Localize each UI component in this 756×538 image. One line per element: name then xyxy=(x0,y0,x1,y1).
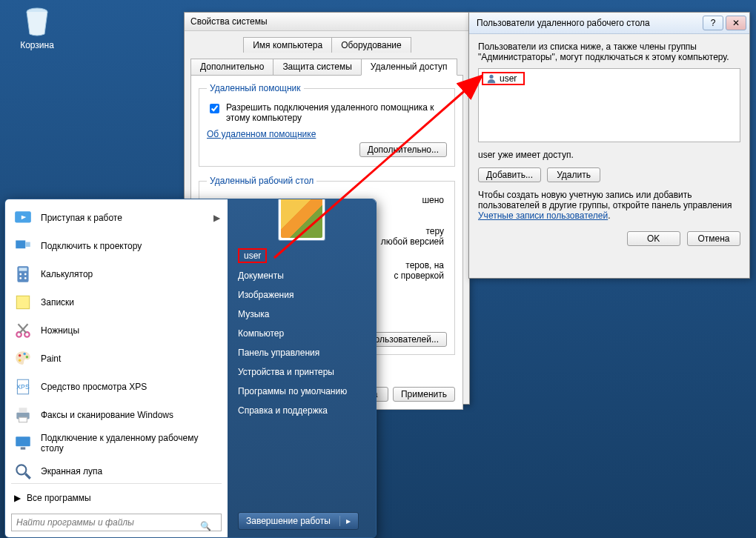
all-programs[interactable]: ▶ Все программы xyxy=(5,487,228,509)
svg-rect-12 xyxy=(16,296,29,308)
svg-rect-7 xyxy=(19,268,27,270)
svg-point-18 xyxy=(23,353,25,355)
sm-item-label: Приступая к работе xyxy=(41,213,122,223)
svg-point-19 xyxy=(26,356,28,358)
calculator-icon xyxy=(13,265,33,284)
sm-item-rdp[interactable]: Подключение к удаленному рабочему столу xyxy=(5,429,228,457)
start-search-input[interactable] xyxy=(11,514,222,531)
svg-point-28 xyxy=(16,465,26,474)
rdp-users-dialog: Пользователи удаленного рабочего стола ?… xyxy=(468,12,750,279)
svg-point-10 xyxy=(19,277,21,279)
sm-item-label: Paint xyxy=(41,353,61,364)
start-menu-program-list: Приступая к работе▶ Подключить к проекто… xyxy=(5,199,228,480)
svg-point-17 xyxy=(19,354,21,356)
user-avatar[interactable] xyxy=(278,199,325,241)
sm-item-magnifier[interactable]: Экранная лупа xyxy=(5,457,228,480)
printer-icon xyxy=(13,405,33,425)
remote-assistant-group: Удаленный помощник Разрешить подключения… xyxy=(199,83,455,167)
start-menu-right: user Документы Изображения Музыка Компью… xyxy=(228,199,376,537)
svg-point-1 xyxy=(489,75,493,79)
recycle-bin-icon xyxy=(19,3,55,39)
allow-remote-assist-checkbox[interactable]: Разрешить подключения удаленного помощни… xyxy=(207,102,447,123)
svg-rect-5 xyxy=(25,242,30,248)
sm-item-fax-scan[interactable]: Факсы и сканирование Windows xyxy=(5,401,228,429)
svg-text:XPS: XPS xyxy=(16,383,30,391)
avatar-image xyxy=(281,199,322,238)
rdp-note-pre: Чтобы создать новую учетную запись или д… xyxy=(478,190,732,210)
scissors-icon xyxy=(13,321,33,340)
help-button[interactable]: ? xyxy=(703,16,723,30)
tab-remote[interactable]: Удаленный доступ xyxy=(361,59,457,76)
start-menu: Приступая к работе▶ Подключить к проекто… xyxy=(4,199,377,538)
sm-link-control-panel[interactable]: Панель управления xyxy=(238,348,368,358)
tab-computer-name[interactable]: Имя компьютера xyxy=(243,37,332,53)
remote-assist-advanced-button[interactable]: Дополнительно... xyxy=(359,142,447,157)
sm-link-help[interactable]: Справка и поддержка xyxy=(238,405,368,416)
tab-advanced[interactable]: Дополнительно xyxy=(190,59,273,75)
rdp-ok-button[interactable]: OK xyxy=(627,231,680,246)
sm-link-default-programs[interactable]: Программы по умолчанию xyxy=(238,386,368,396)
remote-assistant-legend: Удаленный помощник xyxy=(207,83,304,93)
svg-point-11 xyxy=(24,277,27,279)
projector-icon xyxy=(13,236,33,256)
start-search[interactable]: 🔍 xyxy=(11,514,222,531)
add-user-button[interactable]: Добавить... xyxy=(478,167,541,182)
chevron-right-icon: ▸ xyxy=(339,516,351,526)
rdp-cancel-button[interactable]: Отмена xyxy=(687,231,740,246)
sm-item-snipping[interactable]: Ножницы xyxy=(5,316,228,345)
svg-rect-24 xyxy=(19,408,27,413)
sm-link-computer[interactable]: Компьютер xyxy=(238,328,368,339)
notes-icon xyxy=(13,293,33,312)
sm-item-calculator[interactable]: Калькулятор xyxy=(5,260,228,288)
recycle-bin-label: Корзина xyxy=(13,40,61,50)
rdp-users-title: Пользователи удаленного рабочего стола xyxy=(477,18,700,28)
sm-link-music[interactable]: Музыка xyxy=(238,309,368,319)
separator xyxy=(11,483,222,484)
svg-point-9 xyxy=(24,273,27,276)
allow-remote-assist-input[interactable] xyxy=(210,104,219,113)
tab-hardware[interactable]: Оборудование xyxy=(331,37,411,53)
recycle-bin[interactable]: Корзина xyxy=(13,3,61,50)
close-icon: ✕ xyxy=(732,18,740,28)
sm-item-label: Ножницы xyxy=(41,325,79,336)
rdp-users-note: Чтобы создать новую учетную запись или д… xyxy=(478,190,740,221)
sm-item-label: Экранная лупа xyxy=(41,466,102,476)
start-user-name[interactable]: user xyxy=(238,248,267,263)
sm-link-documents[interactable]: Документы xyxy=(238,270,368,281)
sm-item-xps-viewer[interactable]: XPSСредство просмотра XPS xyxy=(5,373,228,401)
user-accounts-link[interactable]: Учетные записи пользователей xyxy=(478,210,608,221)
sm-item-label: Средство просмотра XPS xyxy=(41,382,147,392)
sm-link-pictures[interactable]: Изображения xyxy=(238,290,368,300)
sm-item-label: Факсы и сканирование Windows xyxy=(41,410,173,420)
sysprop-title[interactable]: Свойства системы xyxy=(185,13,469,31)
sm-item-label: Калькулятор xyxy=(41,269,93,279)
sm-item-getting-started[interactable]: Приступая к работе▶ xyxy=(5,204,228,232)
has-access-label: user уже имеет доступ. xyxy=(478,150,740,160)
all-programs-label: Все программы xyxy=(27,493,91,503)
list-item-user[interactable]: user xyxy=(482,72,525,85)
allow-remote-assist-label: Разрешить подключения удаленного помощни… xyxy=(226,102,447,123)
shutdown-button[interactable]: Завершение работы ▸ xyxy=(238,512,359,530)
svg-rect-4 xyxy=(16,240,25,248)
rdp-users-listbox[interactable]: user xyxy=(478,68,740,142)
svg-point-8 xyxy=(19,273,21,276)
svg-rect-26 xyxy=(16,436,30,446)
user-icon xyxy=(486,73,497,84)
about-remote-assist-link[interactable]: Об удаленном помощнике xyxy=(207,129,316,139)
svg-point-20 xyxy=(19,359,21,361)
sysprop-apply-button[interactable]: Применить xyxy=(393,387,455,402)
tab-protection[interactable]: Защита системы xyxy=(273,59,361,75)
sm-item-sticky-notes[interactable]: Записки xyxy=(5,288,228,316)
sm-item-paint[interactable]: Paint xyxy=(5,345,228,373)
magnifier-icon xyxy=(13,462,33,480)
rdp-icon xyxy=(13,434,33,453)
sm-link-devices[interactable]: Устройства и принтеры xyxy=(238,367,368,377)
svg-rect-25 xyxy=(19,417,27,422)
close-button[interactable]: ✕ xyxy=(726,16,746,30)
search-icon: 🔍 xyxy=(200,521,211,531)
remove-user-button[interactable]: Удалить xyxy=(547,167,600,182)
list-item-user-label: user xyxy=(500,73,517,84)
rdp-users-titlebar[interactable]: Пользователи удаленного рабочего стола ?… xyxy=(469,13,749,34)
sm-item-projector[interactable]: Подключить к проектору xyxy=(5,232,228,260)
play-icon xyxy=(13,208,33,228)
